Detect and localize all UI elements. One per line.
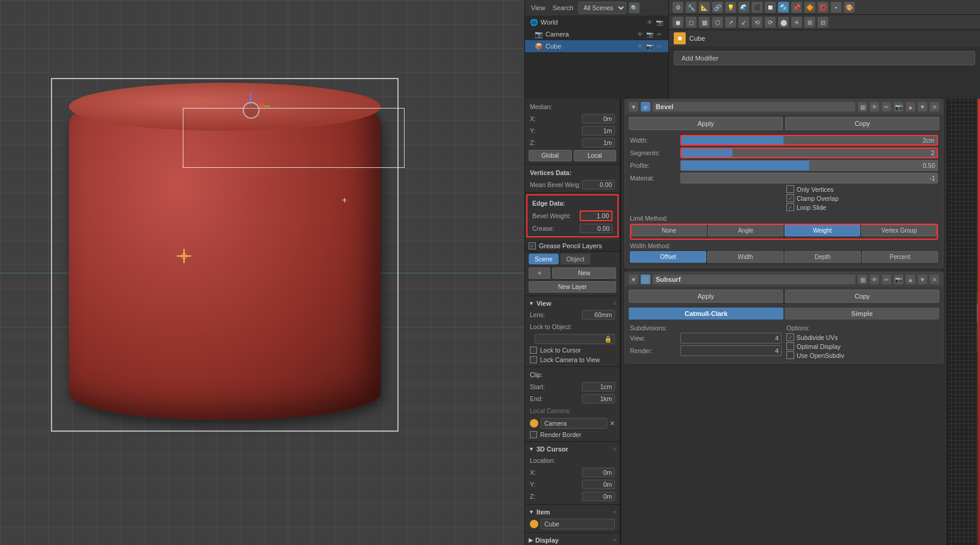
tb2-icon-1[interactable]: ◼ — [673, 17, 683, 28]
subsurf-name-input[interactable] — [653, 275, 855, 284]
transform-gizmo[interactable] — [234, 93, 270, 129]
bevel-close-icon[interactable]: ✕ — [930, 102, 939, 112]
bevel-down-icon[interactable]: ▼ — [918, 102, 927, 112]
subsurf-edit-icon[interactable]: ✏ — [882, 275, 891, 284]
clamp-overlap-check[interactable] — [786, 194, 794, 202]
view-button[interactable]: View — [529, 3, 548, 13]
median-x-value[interactable]: 0m — [582, 114, 615, 124]
subsurf-down-icon[interactable]: ▼ — [918, 275, 927, 284]
view-section-header[interactable]: ▼ View ≡ — [525, 298, 620, 309]
limit-vertex-group-btn[interactable]: Vertex Group — [861, 225, 937, 236]
bevel-edit-icon[interactable]: ✏ — [882, 102, 891, 112]
bevel-weight-value[interactable]: 1.00 — [580, 210, 613, 221]
global-button[interactable]: Global — [529, 150, 572, 161]
tb-icon-10[interactable]: 🔶 — [804, 2, 815, 13]
gp-new-layer-btn[interactable]: New Layer — [529, 281, 616, 293]
subsurf-collapse-icon[interactable]: ▼ — [629, 275, 638, 284]
tb2-icon-11[interactable]: ⊞ — [804, 17, 815, 28]
mean-bevel-value[interactable]: 0.00 — [582, 180, 615, 189]
render-icon[interactable]: 📷 — [655, 18, 664, 26]
bevel-name-input[interactable] — [653, 102, 855, 112]
bevel-profile-slider[interactable]: 0.50 — [680, 160, 938, 171]
lock-camera-check[interactable] — [530, 356, 537, 363]
limit-weight-btn[interactable]: Weight — [785, 225, 860, 236]
width-depth-btn[interactable]: Depth — [785, 251, 861, 263]
item-cube-value[interactable]: Cube — [541, 519, 615, 529]
subsurf-render-slider[interactable]: 4 — [680, 345, 782, 356]
tb-icon-5[interactable]: 💡 — [725, 2, 736, 13]
tb-icon-8[interactable]: 🔲 — [765, 2, 776, 13]
bevel-render-icon[interactable]: ▦ — [858, 102, 867, 112]
cursor-x-value[interactable]: 0m — [582, 468, 615, 477]
search-icon[interactable]: 🔍 — [629, 2, 640, 13]
tb-icon-6[interactable]: 🌊 — [738, 2, 749, 13]
tb2-icon-10[interactable]: ✳ — [791, 17, 802, 28]
width-percent-btn[interactable]: Percent — [862, 251, 938, 263]
cube-eye-icon[interactable]: 👁 — [636, 42, 644, 50]
width-offset-btn[interactable]: Offset — [630, 251, 706, 263]
camera-eye-icon[interactable]: 👁 — [636, 30, 644, 38]
tb2-icon-12[interactable]: ⊟ — [818, 17, 828, 28]
tb2-icon-6[interactable]: ↙ — [738, 17, 749, 28]
viewport-3d[interactable]: + — [0, 0, 524, 545]
tb2-icon-8[interactable]: ⟳ — [765, 17, 776, 28]
subsurf-view-icon[interactable]: 👁 — [870, 275, 879, 284]
search-button[interactable]: Search — [550, 3, 576, 13]
tb-icon-4[interactable]: 🔗 — [712, 2, 723, 13]
bevel-camera-icon[interactable]: 📷 — [894, 102, 903, 112]
tb-icon-12[interactable]: ▪ — [831, 2, 842, 13]
tb2-icon-7[interactable]: ⟲ — [752, 17, 762, 28]
catmull-clark-tab[interactable]: Catmull-Clark — [629, 308, 783, 320]
bevel-collapse-icon[interactable]: ▼ — [629, 102, 638, 112]
tb2-icon-9[interactable]: ⬤ — [778, 17, 789, 28]
lock-cursor-check[interactable] — [530, 347, 537, 354]
lens-value[interactable]: 60mm — [582, 310, 615, 320]
tb2-icon-5[interactable]: ↗ — [725, 17, 736, 28]
bevel-view-icon[interactable]: 👁 — [870, 102, 879, 112]
tb-icon-wrench[interactable]: 🔩 — [778, 2, 789, 13]
scroll-thumb-el[interactable] — [977, 304, 978, 322]
tb-icon-13[interactable]: 🎨 — [844, 2, 855, 13]
local-button[interactable]: Local — [574, 150, 617, 161]
only-vertices-check[interactable] — [786, 185, 794, 193]
camera-local-value[interactable]: Camera — [541, 418, 607, 429]
simple-tab[interactable]: Simple — [785, 308, 939, 320]
bevel-material-slider[interactable]: -1 — [680, 173, 938, 183]
cursor-section-header[interactable]: ▼ 3D Cursor ≡ — [525, 444, 620, 454]
subsurf-copy-button[interactable]: Copy — [785, 290, 939, 303]
subsurf-view-slider[interactable]: 4 — [680, 333, 782, 344]
bevel-width-slider[interactable]: 2cm — [680, 135, 938, 146]
eye-icon[interactable]: 👁 — [646, 18, 654, 26]
limit-angle-btn[interactable]: Angle — [708, 225, 783, 236]
cube-render-icon[interactable]: 📷 — [646, 42, 654, 50]
tb-icon-2[interactable]: 🔧 — [686, 2, 696, 13]
outliner-item-camera[interactable]: 📷 Camera 👁 📷 ✏ — [525, 28, 668, 40]
gp-plus-btn[interactable]: + — [529, 267, 550, 279]
tb-icon-9[interactable]: 📌 — [791, 2, 802, 13]
camera-render-icon[interactable]: 📷 — [646, 30, 654, 38]
median-z-value[interactable]: 1m — [582, 138, 615, 147]
bevel-copy-button[interactable]: Copy — [785, 117, 939, 130]
cursor-y-value[interactable]: 0m — [582, 480, 615, 489]
tb-icon-1[interactable]: ⚙ — [673, 2, 683, 13]
subsurf-apply-button[interactable]: Apply — [629, 290, 783, 303]
limit-none-btn[interactable]: None — [631, 225, 707, 236]
outliner-item-world[interactable]: 🌐 World 👁 📷 — [525, 16, 668, 28]
gp-object-tab[interactable]: Object — [560, 254, 590, 264]
subdivide-uvs-check[interactable] — [786, 333, 794, 341]
render-border-check[interactable] — [530, 431, 537, 438]
tb2-icon-3[interactable]: ▦ — [699, 17, 710, 28]
median-y-value[interactable]: 1m — [582, 126, 615, 136]
subsurf-render-icon[interactable]: ▦ — [858, 275, 867, 284]
scenes-dropdown[interactable]: All Scenes — [578, 2, 626, 14]
cursor-z-value[interactable]: 0m — [582, 492, 615, 501]
cube-extra-icon[interactable]: ✏ — [655, 42, 664, 50]
item-section-header[interactable]: ▼ Item ≡ — [525, 507, 620, 517]
loop-slide-check[interactable] — [786, 203, 794, 211]
subsurf-camera-icon[interactable]: 📷 — [894, 275, 903, 284]
lock-obj-value[interactable]: 🔒 — [535, 334, 615, 344]
width-width-btn[interactable]: Width — [707, 251, 783, 263]
clip-end-value[interactable]: 1km — [582, 394, 615, 404]
subsurf-close-icon[interactable]: ✕ — [930, 275, 939, 284]
gp-scene-tab[interactable]: Scene — [529, 254, 559, 264]
